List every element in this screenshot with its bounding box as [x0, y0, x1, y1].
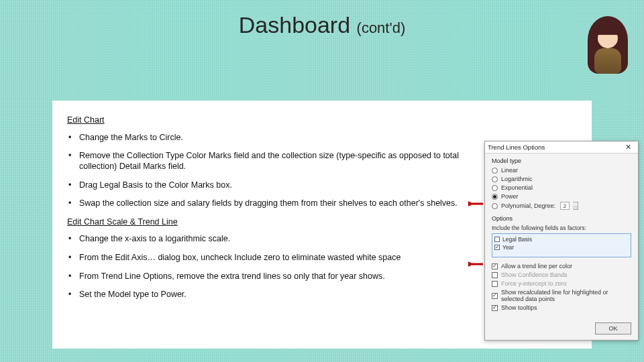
degree-input[interactable]: 2: [560, 202, 570, 210]
radio-label: Polynomial, Degree:: [501, 202, 555, 209]
dialog-title: Trend Lines Options: [488, 143, 621, 151]
svg-rect-1: [472, 203, 483, 205]
radio-label: Logarithmic: [501, 176, 533, 182]
checkbox-icon: [492, 263, 498, 269]
check-show-confidence-bands[interactable]: Show Confidence Bands: [492, 272, 631, 278]
checkbox-icon: [492, 293, 498, 299]
degree-spinner[interactable]: [573, 202, 578, 210]
list-item: •Set the Model type to Power.: [67, 290, 483, 300]
radio-label: Exponential: [501, 184, 533, 191]
list-item-text: Drag Legal Basis to the Color Marks box.: [79, 180, 483, 191]
factor-label: Year: [502, 244, 514, 251]
check-label: Allow a trend line per color: [501, 263, 572, 269]
list-item: •Swap the collection size and salary fie…: [67, 198, 483, 209]
factor-label: Legal Basis: [502, 236, 532, 243]
title-suffix: (cont'd): [357, 19, 406, 36]
list-item-text: From the Edit Axis… dialog box, uncheck …: [79, 253, 483, 263]
dialog-body: Model type Linear Logarithmic Exponentia…: [485, 154, 638, 316]
radio-power[interactable]: Power: [492, 193, 631, 200]
list-item-text: Change the Marks to Circle.: [79, 133, 483, 143]
check-label: Force y-intercept to zero: [501, 280, 567, 287]
list-item: •From Trend Line Options, remove the ext…: [67, 272, 483, 282]
list-item-text: Swap the collection size and salary fiel…: [79, 198, 483, 209]
factor-row-year[interactable]: Year: [494, 243, 629, 251]
check-show-recalculated-line[interactable]: Show recalculated line for highlighted o…: [492, 289, 631, 302]
factors-listbox[interactable]: Legal Basis Year: [492, 233, 631, 257]
svg-rect-3: [472, 263, 483, 265]
arrow-icon: [468, 261, 483, 267]
model-type-label: Model type: [492, 158, 631, 164]
check-allow-trend-per-color[interactable]: Allow a trend line per color: [492, 263, 631, 269]
checkbox-icon: [492, 281, 498, 287]
heading-edit-chart: Edit Chart: [67, 115, 577, 126]
factor-row-legal-basis[interactable]: Legal Basis: [494, 235, 629, 243]
list-item: •Change the x-axis to a logarithmic scal…: [67, 234, 483, 245]
list-item: •Remove the Collection Type Color Marks …: [67, 151, 483, 172]
trend-lines-options-dialog: Trend Lines Options ✕ Model type Linear …: [484, 141, 639, 341]
radio-label: Linear: [501, 167, 518, 174]
radio-label: Power: [501, 193, 519, 200]
checkbox-icon: [492, 305, 498, 311]
factors-label: Include the following fields as factors:: [492, 225, 631, 231]
radio-polynomial[interactable]: Polynomial, Degree: 2: [492, 202, 631, 210]
checkbox-icon: [492, 272, 498, 278]
list-item-text: Set the Model type to Power.: [79, 290, 483, 300]
radio-icon: [492, 168, 498, 174]
list-item-text: From Trend Line Options, remove the extr…: [79, 272, 483, 282]
close-icon[interactable]: ✕: [621, 143, 635, 152]
checkbox-icon: [494, 245, 500, 250]
radio-icon: [492, 176, 498, 182]
list-item-text: Change the x-axis to a logarithmic scale…: [79, 234, 483, 245]
checkbox-icon: [494, 237, 500, 242]
list-item: •Drag Legal Basis to the Color Marks box…: [67, 180, 483, 191]
options-label: Options: [492, 215, 631, 222]
avatar: [584, 16, 632, 75]
check-force-y-intercept-zero[interactable]: Force y-intercept to zero: [492, 280, 631, 287]
check-label: Show recalculated line for highlighted o…: [501, 289, 631, 302]
radio-icon: [492, 185, 498, 191]
dialog-titlebar[interactable]: Trend Lines Options ✕: [485, 141, 638, 154]
radio-icon: [492, 194, 498, 200]
slide-title: Dashboard (cont'd): [0, 12, 644, 38]
check-label: Show Confidence Bands: [501, 272, 568, 278]
list-item: •Change the Marks to Circle.: [67, 133, 483, 143]
list-item-text: Remove the Collection Type Color Marks f…: [79, 151, 483, 172]
check-label: Show tooltips: [501, 304, 537, 311]
radio-icon: [492, 203, 498, 209]
ok-button[interactable]: OK: [595, 322, 631, 335]
arrow-icon: [468, 201, 483, 206]
list-item: •From the Edit Axis… dialog box, uncheck…: [67, 253, 483, 263]
radio-logarithmic[interactable]: Logarithmic: [492, 176, 631, 182]
slide-background: Dashboard (cont'd) Edit Chart •Change th…: [0, 0, 644, 362]
check-show-tooltips[interactable]: Show tooltips: [492, 304, 631, 311]
title-main: Dashboard: [239, 12, 350, 38]
radio-linear[interactable]: Linear: [492, 167, 631, 174]
radio-exponential[interactable]: Exponential: [492, 184, 631, 191]
